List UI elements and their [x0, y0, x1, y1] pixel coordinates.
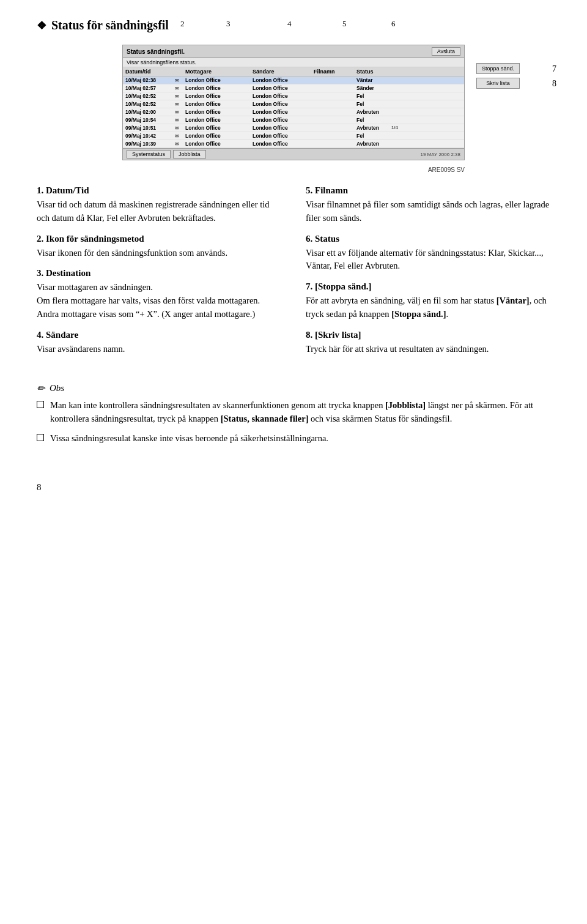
page-title: ❖ Status för sändningsfil [37, 18, 550, 32]
section-1-text: Visar tid och datum då maskinen registre… [37, 198, 281, 225]
section-3-text: Visar mottagaren av sändningen. Om flera… [37, 281, 281, 321]
col-header-status: Status [355, 69, 398, 75]
table-row[interactable]: 10/Maj 02:52 ✉ London Office London Offi… [123, 100, 464, 108]
obs-label: Obs [50, 383, 64, 393]
section-6: 6. Status Visar ett av följande alternat… [306, 234, 550, 274]
stoppa-button[interactable]: Stoppa sänd. [476, 63, 520, 74]
section-5-heading: 5. Filnamn [306, 185, 550, 196]
table-row[interactable]: 09/Maj 10:51 ✉ London Office London Offi… [123, 124, 464, 132]
jobblista-button[interactable]: Jobblista [173, 150, 206, 158]
num-label-8: 8 [552, 79, 556, 89]
obs-item-1: Man kan inte kontrollera sändningsresult… [37, 399, 550, 426]
page-number: 8 [37, 482, 550, 493]
section-2-heading: 2. Ikon för sändningsmetod [37, 234, 281, 244]
section-6-heading: 6. Status [306, 234, 550, 244]
section-4: 4. Sändare Visar avsändarens namn. [37, 330, 281, 356]
systemstatus-button[interactable]: Systemstatus [127, 150, 171, 158]
col-header-mott: Mottagare [184, 69, 251, 75]
table-row[interactable]: 10/Maj 02:00 ✉ London Office London Offi… [123, 108, 464, 116]
screen-footer: Systemstatus Jobblista 19 MAY 2006 2:38 [123, 148, 464, 160]
col-header-sand: Sändare [251, 69, 312, 75]
table-row[interactable]: 09/Maj 10:42 ✉ London Office London Offi… [123, 132, 464, 140]
section-2-text: Visar ikonen för den sändningsfunktion s… [37, 247, 281, 260]
right-column: 5. Filnamn Visar filnamnet på filer som … [306, 185, 550, 364]
col-header-ikon [175, 69, 184, 75]
num-label-7: 7 [552, 64, 556, 74]
section-3: 3. Destination Visar mottagaren av sändn… [37, 268, 281, 321]
section-5: 5. Filnamn Visar filnamnet på filer som … [306, 185, 550, 225]
table-row[interactable]: 09/Maj 10:54 ✉ London Office London Offi… [123, 116, 464, 124]
skriv-button[interactable]: Skriv lista [476, 78, 520, 89]
section-7-text: För att avbryta en sändning, välj en fil… [306, 294, 550, 321]
section-4-heading: 4. Sändare [37, 330, 281, 340]
content-area: 1. Datum/Tid Visar tid och datum då mask… [37, 185, 550, 364]
checkbox-icon-1 [37, 401, 44, 408]
section-5-text: Visar filnamnet på filer som samtidigt s… [306, 198, 550, 225]
obs-section: ✏ Obs Man kan inte kontrollera sändnings… [37, 376, 550, 457]
section-8-text: Tryck här för att skriva ut resultaten a… [306, 343, 550, 356]
num-label-3: 3 [226, 19, 231, 29]
section-8: 8. [Skriv lista] Tryck här för att skriv… [306, 330, 550, 356]
col-header-filnamn: Filnamn [312, 69, 355, 75]
section-1: 1. Datum/Tid Visar tid och datum då mask… [37, 185, 281, 225]
section-7-heading: 7. [Stoppa sänd.] [306, 281, 550, 292]
section-4-text: Visar avsändarens namn. [37, 343, 281, 356]
screen-subheader: Visar sändningsfilens status. [123, 58, 464, 67]
table-row[interactable]: 10/Maj 02:52 ✉ London Office London Offi… [123, 92, 464, 100]
num-label-6: 6 [391, 19, 396, 29]
section-7: 7. [Stoppa sänd.] För att avbryta en sän… [306, 281, 550, 321]
left-column: 1. Datum/Tid Visar tid och datum då mask… [37, 185, 281, 364]
obs-item-2: Vissa sändningsresulat kanske inte visas… [37, 432, 550, 445]
date-footer: 19 MAY 2006 2:38 [420, 152, 460, 157]
checkbox-icon-2 [37, 434, 44, 441]
table-row[interactable]: 10/Maj 02:38 ✉ London Office London Offi… [123, 76, 464, 84]
screen-header: Status sändningsfil. Avsluta [123, 45, 464, 58]
section-1-heading: 1. Datum/Tid [37, 185, 281, 196]
obs-header: ✏ Obs [37, 382, 550, 394]
pencil-icon: ✏ [37, 382, 45, 394]
num-label-1: 1 [147, 19, 151, 29]
num-label-5: 5 [342, 19, 347, 29]
screen-col-headers: Datum/tid Mottagare Sändare Filnamn Stat… [123, 67, 464, 76]
section-2: 2. Ikon för sändningsmetod Visar ikonen … [37, 234, 281, 260]
screen-diagram: Status sändningsfil. Avsluta Visar sändn… [122, 45, 465, 160]
col-header-datum: Datum/tid [123, 69, 175, 75]
screen-header-title: Status sändningsfil. [127, 48, 185, 55]
table-row[interactable]: 10/Maj 02:57 ✉ London Office London Offi… [123, 84, 464, 92]
section-6-text: Visar ett av följande alternativ för sän… [306, 247, 550, 274]
diamond-icon: ❖ [37, 19, 46, 32]
are-code: ARE009S SV [37, 166, 465, 173]
num-label-4: 4 [287, 19, 292, 29]
section-8-heading: 8. [Skriv lista] [306, 330, 550, 340]
section-3-heading: 3. Destination [37, 268, 281, 278]
avsluta-button[interactable]: Avsluta [432, 47, 460, 56]
num-label-2: 2 [180, 19, 185, 29]
table-row[interactable]: 09/Maj 10:39 ✉ London Office London Offi… [123, 140, 464, 148]
side-buttons-area: Stoppa sänd. Skriv lista [476, 63, 520, 89]
